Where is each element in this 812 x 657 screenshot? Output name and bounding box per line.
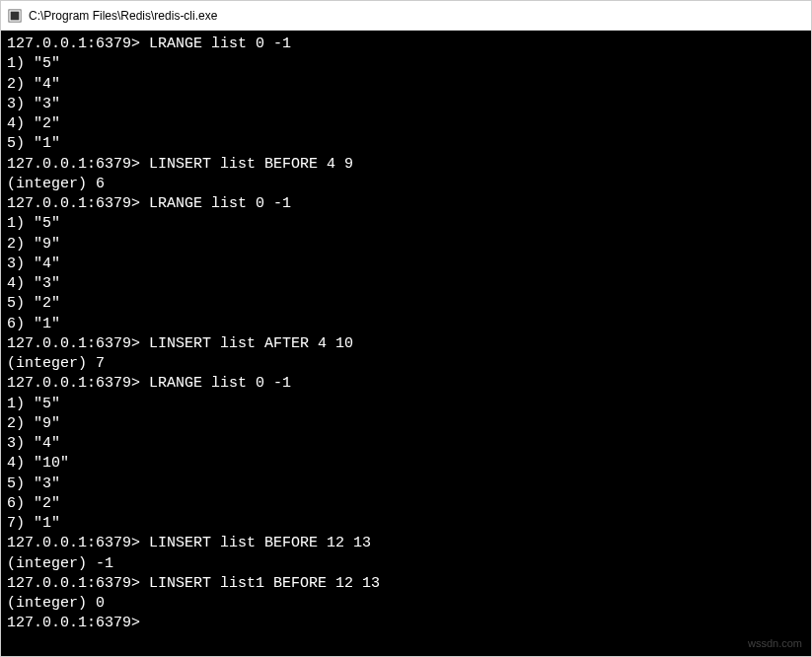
terminal-line: 2) "4"	[7, 75, 805, 95]
terminal-line: 3) "4"	[7, 255, 805, 274]
terminal-line: (integer) 0	[7, 594, 805, 614]
terminal-line: (integer) 6	[7, 175, 805, 194]
terminal-line: 4) "3"	[7, 274, 805, 294]
terminal-line: 127.0.0.1:6379> LINSERT list1 BEFORE 12 …	[7, 574, 805, 594]
terminal-line: 2) "9"	[7, 414, 805, 434]
terminal-line: 6) "1"	[7, 315, 805, 334]
terminal-line: 4) "2"	[7, 114, 805, 134]
terminal-line: 127.0.0.1:6379> LRANGE list 0 -1	[7, 35, 805, 54]
terminal-line: 5) "3"	[7, 474, 805, 494]
terminal-line: 1) "5"	[7, 395, 805, 414]
terminal-line: 127.0.0.1:6379> LINSERT list BEFORE 4 9	[7, 155, 805, 175]
terminal-line: 127.0.0.1:6379>	[7, 614, 805, 633]
terminal-line: 3) "4"	[7, 434, 805, 454]
terminal-line: 5) "1"	[7, 134, 805, 154]
window-title: C:\Program Files\Redis\redis-cli.exe	[29, 9, 217, 23]
terminal-line: 1) "5"	[7, 54, 805, 74]
terminal-line: 127.0.0.1:6379> LRANGE list 0 -1	[7, 374, 805, 394]
terminal-line: (integer) -1	[7, 554, 805, 574]
terminal-line: 127.0.0.1:6379> LRANGE list 0 -1	[7, 194, 805, 214]
terminal-line: 2) "9"	[7, 235, 805, 255]
app-window: C:\Program Files\Redis\redis-cli.exe 127…	[0, 0, 812, 657]
terminal-line: 6) "2"	[7, 494, 805, 514]
terminal-line: 1) "5"	[7, 214, 805, 234]
terminal-line: 4) "10"	[7, 454, 805, 474]
terminal-line: 127.0.0.1:6379> LINSERT list BEFORE 12 1…	[7, 534, 805, 553]
terminal-line: 3) "3"	[7, 95, 805, 114]
terminal-line: 127.0.0.1:6379> LINSERT list AFTER 4 10	[7, 334, 805, 354]
terminal-output[interactable]: 127.0.0.1:6379> LRANGE list 0 -11) "5"2)…	[1, 31, 811, 656]
terminal-line: 5) "2"	[7, 294, 805, 314]
svg-rect-1	[11, 11, 20, 20]
terminal-line: (integer) 7	[7, 354, 805, 374]
app-icon	[7, 8, 23, 24]
titlebar[interactable]: C:\Program Files\Redis\redis-cli.exe	[1, 1, 811, 31]
terminal-line: 7) "1"	[7, 514, 805, 534]
